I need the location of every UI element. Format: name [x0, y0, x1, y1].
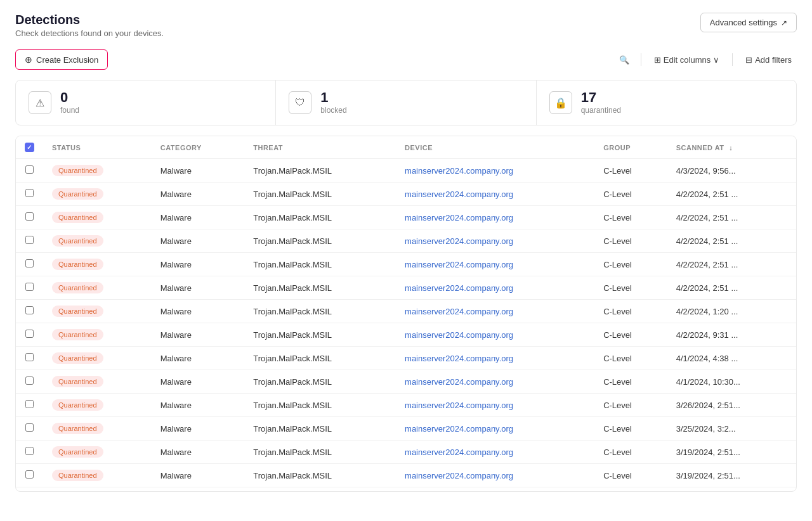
- create-exclusion-button[interactable]: ⊕ Create Exclusion: [15, 49, 108, 70]
- device-link[interactable]: mainserver2024.company.org: [405, 424, 513, 434]
- row-device[interactable]: mainserver2024.company.org: [396, 183, 594, 206]
- device-link[interactable]: mainserver2024.company.org: [405, 401, 513, 410]
- col-scanned-at[interactable]: SCANNED AT ↓: [667, 136, 796, 159]
- status-badge: Quarantined: [52, 352, 103, 364]
- row-checkbox-1[interactable]: [25, 189, 34, 197]
- row-device[interactable]: mainserver2024.company.org: [396, 159, 594, 183]
- row-device[interactable]: mainserver2024.company.org: [396, 323, 594, 347]
- row-device[interactable]: mainserver2024.company.org: [396, 347, 594, 370]
- device-link[interactable]: mainserver2024.company.org: [405, 354, 513, 363]
- select-all-checkbox[interactable]: [25, 143, 34, 152]
- table-row[interactable]: Quarantined Malware Trojan.MalPack.MSIL …: [16, 159, 796, 183]
- device-link[interactable]: mainserver2024.company.org: [405, 260, 513, 269]
- table-row[interactable]: Quarantined Malware Trojan.MalPack.MSIL …: [16, 300, 796, 323]
- row-checkbox-cell[interactable]: [16, 487, 43, 492]
- device-link[interactable]: mainserver2024.company.org: [405, 307, 513, 316]
- search-button[interactable]: 🔍: [615, 51, 633, 68]
- row-checkbox-cell[interactable]: [16, 229, 43, 253]
- row-device[interactable]: mainserver2024.company.org: [396, 276, 594, 300]
- row-checkbox-cell[interactable]: [16, 417, 43, 441]
- row-device[interactable]: mainserver2024.company.org: [396, 487, 594, 492]
- row-checkbox-7[interactable]: [25, 330, 34, 338]
- row-checkbox-2[interactable]: [25, 212, 34, 221]
- advanced-settings-button[interactable]: Advanced settings ↗: [700, 13, 797, 32]
- table-row[interactable]: Quarantined Malware Trojan.MalPack.MSIL …: [16, 206, 796, 229]
- row-category: Malware: [152, 323, 245, 347]
- row-device[interactable]: mainserver2024.company.org: [396, 464, 594, 487]
- table-row[interactable]: Quarantined Malware Trojan.MalPack.MSIL …: [16, 370, 796, 394]
- row-threat: Trojan.MalPack.MSIL: [244, 347, 396, 370]
- create-exclusion-label: Create Exclusion: [36, 55, 98, 65]
- row-checkbox-cell[interactable]: [16, 370, 43, 394]
- row-checkbox-13[interactable]: [25, 470, 34, 479]
- table-row[interactable]: Quarantined Malware Trojan.MalPack.MSIL …: [16, 347, 796, 370]
- row-threat: Trojan.MalPack.MSIL: [244, 323, 396, 347]
- table-row[interactable]: Quarantined Malware Trojan.MalPack.MSIL …: [16, 464, 796, 487]
- device-link[interactable]: mainserver2024.company.org: [405, 213, 513, 222]
- row-checkbox-cell[interactable]: [16, 347, 43, 370]
- table-row[interactable]: Quarantined Malware Trojan.MalPack.MSIL …: [16, 253, 796, 276]
- checkbox-header[interactable]: [16, 136, 43, 159]
- row-threat: Trojan.MalPack.MSIL: [244, 441, 396, 464]
- row-checkbox-6[interactable]: [25, 306, 34, 314]
- add-filters-button[interactable]: ⊟ Add filters: [740, 51, 797, 68]
- table-row[interactable]: Quarantined Malware Trojan.MalPack.MSIL …: [16, 229, 796, 253]
- device-link[interactable]: mainserver2024.company.org: [405, 190, 513, 199]
- device-link[interactable]: mainserver2024.company.org: [405, 471, 513, 480]
- row-threat: Trojan.MalPack.MSIL: [244, 276, 396, 300]
- row-checkbox-12[interactable]: [25, 447, 34, 455]
- row-device[interactable]: mainserver2024.company.org: [396, 370, 594, 394]
- row-status: Quarantined: [43, 206, 152, 229]
- row-checkbox-cell[interactable]: [16, 183, 43, 206]
- edit-columns-button[interactable]: ⊞ Edit columns ∨: [649, 51, 724, 68]
- row-checkbox-cell[interactable]: [16, 253, 43, 276]
- device-link[interactable]: mainserver2024.company.org: [405, 236, 513, 246]
- row-checkbox-cell[interactable]: [16, 300, 43, 323]
- row-device[interactable]: mainserver2024.company.org: [396, 394, 594, 417]
- row-device[interactable]: mainserver2024.company.org: [396, 441, 594, 464]
- row-checkbox-8[interactable]: [25, 353, 34, 361]
- row-scanned-at: 4/2/2024, 9:31 ...: [667, 323, 796, 347]
- device-link[interactable]: mainserver2024.company.org: [405, 283, 513, 293]
- row-scanned-at: 4/2/2024, 1:20 ...: [667, 300, 796, 323]
- table-row[interactable]: Quarantined Malware Trojan.MalPack.MSIL …: [16, 394, 796, 417]
- row-status: Blocked: [43, 487, 152, 492]
- row-device[interactable]: mainserver2024.company.org: [396, 229, 594, 253]
- row-device[interactable]: mainserver2024.company.org: [396, 253, 594, 276]
- row-group: C-Level: [594, 347, 667, 370]
- row-group: C-Level: [594, 229, 667, 253]
- row-checkbox-cell[interactable]: [16, 464, 43, 487]
- row-device[interactable]: mainserver2024.company.org: [396, 300, 594, 323]
- row-checkbox-4[interactable]: [25, 259, 34, 267]
- row-checkbox-5[interactable]: [25, 283, 34, 291]
- row-device[interactable]: mainserver2024.company.org: [396, 206, 594, 229]
- row-group: C-Level: [594, 253, 667, 276]
- table-row[interactable]: Quarantined Malware Trojan.MalPack.MSIL …: [16, 276, 796, 300]
- table-row[interactable]: Quarantined Malware Trojan.MalPack.MSIL …: [16, 323, 796, 347]
- table-row[interactable]: Quarantined Malware Trojan.MalPack.MSIL …: [16, 183, 796, 206]
- row-checkbox-0[interactable]: [25, 165, 34, 174]
- row-checkbox-9[interactable]: [25, 376, 34, 385]
- row-category: Malware: [152, 229, 245, 253]
- row-checkbox-cell[interactable]: [16, 159, 43, 183]
- row-checkbox-cell[interactable]: [16, 206, 43, 229]
- row-scanned-at: 4/2/2024, 2:51 ...: [667, 276, 796, 300]
- header-left: Detections Check detections found on you…: [15, 13, 164, 38]
- row-checkbox-cell[interactable]: [16, 276, 43, 300]
- row-checkbox-11[interactable]: [25, 423, 34, 432]
- row-checkbox-3[interactable]: [25, 236, 34, 244]
- table-row[interactable]: Quarantined Malware Trojan.MalPack.MSIL …: [16, 417, 796, 441]
- device-link[interactable]: mainserver2024.company.org: [405, 447, 513, 457]
- table-row[interactable]: Quarantined Malware Trojan.MalPack.MSIL …: [16, 441, 796, 464]
- device-link[interactable]: mainserver2024.company.org: [405, 166, 513, 176]
- row-checkbox-10[interactable]: [25, 400, 34, 408]
- device-link[interactable]: mainserver2024.company.org: [405, 377, 513, 387]
- row-device[interactable]: mainserver2024.company.org: [396, 417, 594, 441]
- table-row[interactable]: Blocked Website Riskware mainserver2024.…: [16, 487, 796, 492]
- row-checkbox-cell[interactable]: [16, 394, 43, 417]
- row-checkbox-cell[interactable]: [16, 441, 43, 464]
- row-checkbox-cell[interactable]: [16, 323, 43, 347]
- table-scroll[interactable]: STATUS CATEGORY THREAT DEVICE GROUP: [16, 136, 796, 491]
- device-link[interactable]: mainserver2024.company.org: [405, 330, 513, 340]
- row-group: C-Level: [594, 206, 667, 229]
